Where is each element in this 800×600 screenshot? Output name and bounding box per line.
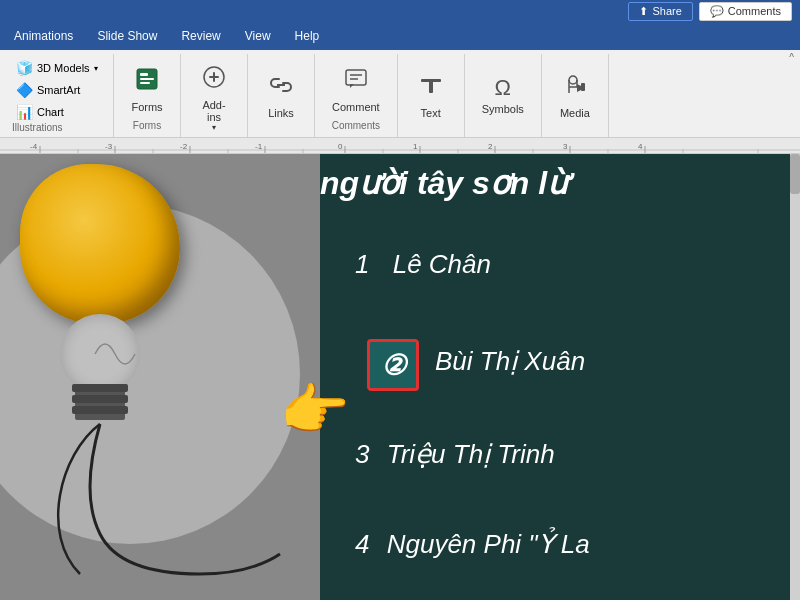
svg-text:1: 1	[413, 142, 418, 151]
text-label: Text	[421, 107, 441, 119]
svg-text:4: 4	[638, 142, 643, 151]
svg-rect-42	[72, 384, 128, 392]
comment-bubble-icon: 💬	[710, 5, 724, 18]
scrollbar-thumb[interactable]	[790, 154, 800, 194]
item1-text: Lê Chân	[393, 249, 491, 279]
item4-text: Nguyên Phi "Ỷ La	[387, 529, 590, 559]
svg-text:-4: -4	[30, 142, 38, 151]
item1-num: 1	[355, 249, 369, 279]
ribbon-tabs: Animations Slide Show Review View Help	[0, 22, 800, 50]
3d-models-button[interactable]: 🧊 3D Models ▾	[12, 58, 102, 78]
chart-button[interactable]: 📊 Chart	[12, 102, 68, 122]
forms-group: Forms Forms	[114, 54, 181, 137]
symbols-button[interactable]: Ω Symbols	[473, 70, 533, 120]
3d-models-label: 3D Models	[37, 62, 90, 74]
comments-button[interactable]: 💬 Comments	[699, 2, 792, 21]
tab-view[interactable]: View	[233, 22, 283, 50]
forms-icon	[133, 65, 161, 99]
share-button[interactable]: ⬆ Share	[628, 2, 692, 21]
addins-button[interactable]: Add-ins ▾	[189, 58, 239, 137]
tab-animations[interactable]: Animations	[2, 22, 85, 50]
svg-rect-3	[140, 82, 150, 84]
tab-review-label: Review	[181, 29, 220, 43]
illustrations-group-label: Illustrations	[12, 122, 63, 135]
illustrations-group: 🧊 3D Models ▾ 🔷 SmartArt 📊 Chart Illustr…	[4, 54, 114, 137]
media-button[interactable]: Media	[550, 66, 600, 124]
tab-review[interactable]: Review	[169, 22, 232, 50]
list-item-2: Bùi Thị Xuân	[435, 346, 585, 377]
comment-label: Comment	[332, 101, 380, 113]
svg-rect-44	[72, 406, 128, 414]
share-label: Share	[652, 5, 681, 17]
collapse-ribbon-button[interactable]: ^	[787, 50, 796, 65]
links-label: Links	[268, 107, 294, 119]
forms-button[interactable]: Forms	[122, 60, 172, 118]
links-group: Links	[248, 54, 315, 137]
svg-text:2: 2	[488, 142, 493, 151]
text-icon	[417, 71, 445, 105]
comment-group: Comment Comments	[315, 54, 398, 137]
tab-animations-label: Animations	[14, 29, 73, 43]
symbols-group: Ω Symbols	[465, 54, 542, 137]
addins-arrow: ▾	[212, 123, 216, 132]
item3-num: 3	[355, 439, 369, 469]
vertical-scrollbar[interactable]	[790, 154, 800, 600]
item2-text: Bùi Thị Xuân	[435, 346, 585, 376]
tab-slideshow-label: Slide Show	[97, 29, 157, 43]
comment-button[interactable]: Comment	[323, 60, 389, 118]
tab-help-label: Help	[295, 29, 320, 43]
chart-label: Chart	[37, 106, 64, 118]
item4-num: 4	[355, 529, 369, 559]
svg-text:-1: -1	[255, 142, 263, 151]
forms-group-label: Forms	[133, 120, 161, 133]
media-icon	[561, 71, 589, 105]
svg-rect-12	[581, 83, 585, 91]
svg-text:-3: -3	[105, 142, 113, 151]
svg-rect-6	[346, 70, 366, 85]
addins-label: Add-ins	[202, 99, 225, 123]
svg-rect-1	[140, 73, 148, 76]
highlight-num: ②	[381, 349, 406, 382]
tab-slideshow[interactable]: Slide Show	[85, 22, 169, 50]
smartart-button[interactable]: 🔷 SmartArt	[12, 80, 84, 100]
links-icon	[267, 71, 295, 105]
slide-title-text: người tây sơn lừ	[320, 165, 567, 201]
item3-text: Triệu Thị Trinh	[387, 439, 555, 469]
symbols-icon: Ω	[495, 75, 511, 101]
highlight-box: ②	[367, 339, 419, 391]
tab-view-label: View	[245, 29, 271, 43]
hand-pointer: 👉	[280, 374, 350, 443]
chart-icon: 📊	[16, 104, 33, 120]
comment-group-label: Comments	[332, 120, 380, 133]
slide: 👉 người tây sơn lừ 1 Lê Chân ② Bùi Thị X…	[0, 154, 790, 600]
3d-models-icon: 🧊	[16, 60, 33, 76]
svg-text:0: 0	[338, 142, 343, 151]
svg-text:-2: -2	[180, 142, 188, 151]
comments-label: Comments	[728, 5, 781, 17]
svg-rect-43	[72, 395, 128, 403]
ribbon: 🧊 3D Models ▾ 🔷 SmartArt 📊 Chart Illustr…	[0, 50, 800, 138]
smartart-icon: 🔷	[16, 82, 33, 98]
svg-rect-10	[429, 79, 433, 93]
text-group: Text	[398, 54, 465, 137]
top-bar: ⬆ Share 💬 Comments	[0, 0, 800, 22]
list-item-3: 3 Triệu Thị Trinh	[355, 439, 555, 470]
links-button[interactable]: Links	[256, 66, 306, 124]
addins-group: Add-ins ▾	[181, 54, 248, 137]
list-item-4: 4 Nguyên Phi "Ỷ La	[355, 529, 590, 560]
smartart-label: SmartArt	[37, 84, 80, 96]
forms-label: Forms	[131, 101, 162, 113]
slide-container: 👉 người tây sơn lừ 1 Lê Chân ② Bùi Thị X…	[0, 154, 800, 600]
svg-text:3: 3	[563, 142, 568, 151]
addins-icon	[200, 63, 228, 97]
svg-point-11	[569, 76, 577, 84]
3d-models-arrow: ▾	[94, 64, 98, 73]
symbols-label: Symbols	[482, 103, 524, 115]
tab-help[interactable]: Help	[283, 22, 332, 50]
svg-rect-2	[140, 78, 154, 80]
ruler: -4 -3 -2 -1 0 1 2 3 4	[0, 138, 800, 154]
text-button[interactable]: Text	[406, 66, 456, 124]
slide-title: người tây sơn lừ	[320, 164, 567, 202]
media-group: Media	[542, 54, 609, 137]
media-label: Media	[560, 107, 590, 119]
